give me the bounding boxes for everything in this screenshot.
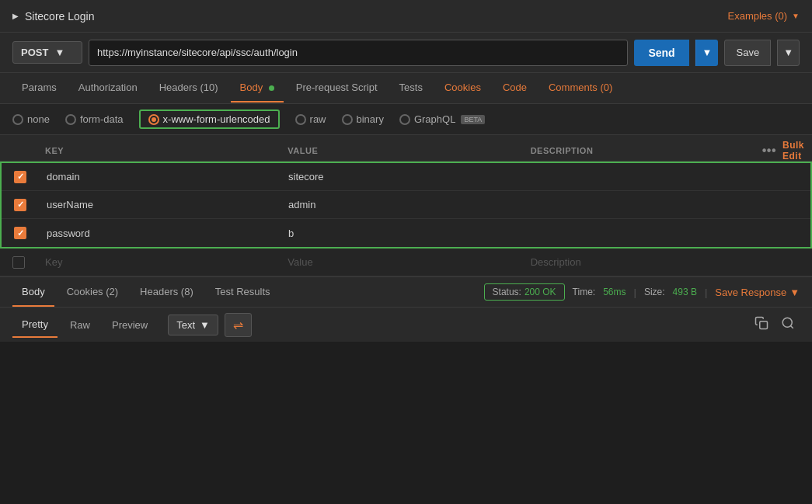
params-table: KEY VALUE DESCRIPTION ••• Bulk Edit ✓ do… bbox=[0, 135, 812, 276]
table-row: ✓ userName admin bbox=[2, 191, 810, 219]
send-dropdown-button[interactable]: ▼ bbox=[695, 40, 719, 66]
tab-params[interactable]: Params bbox=[12, 74, 66, 103]
status-section: Status: 200 OK Time: 56ms | Size: 493 B … bbox=[484, 283, 800, 301]
table-row: ✓ domain sitecore bbox=[2, 163, 810, 191]
wrap-button[interactable]: ⇌ bbox=[225, 313, 252, 337]
tab-code[interactable]: Code bbox=[493, 74, 536, 103]
body-active-dot bbox=[269, 85, 274, 91]
empty-key[interactable]: Key bbox=[37, 256, 280, 268]
radio-raw[interactable]: raw bbox=[295, 113, 326, 125]
wrap-icon: ⇌ bbox=[233, 318, 243, 332]
separator: | bbox=[634, 287, 636, 298]
check-icon: ✓ bbox=[17, 228, 24, 238]
table-row: ✓ password b bbox=[2, 219, 810, 247]
row1-checkbox-cell[interactable]: ✓ bbox=[2, 171, 39, 183]
radio-urlencoded[interactable]: x-www-form-urlencoded bbox=[139, 109, 280, 129]
status-value: 200 OK bbox=[524, 287, 556, 297]
resp-tab-test-results[interactable]: Test Results bbox=[206, 278, 280, 307]
tab-tests[interactable]: Tests bbox=[390, 74, 432, 103]
row3-value[interactable]: b bbox=[281, 228, 522, 239]
resp-tab-headers[interactable]: Headers (8) bbox=[131, 278, 203, 307]
table-header: KEY VALUE DESCRIPTION ••• Bulk Edit bbox=[0, 135, 812, 162]
fmt-tab-raw[interactable]: Raw bbox=[61, 313, 99, 337]
tab-pre-request[interactable]: Pre-request Script bbox=[287, 74, 387, 103]
expand-icon: ▶ bbox=[12, 12, 19, 20]
main-tabs: Params Authorization Headers (10) Body P… bbox=[0, 73, 812, 104]
radio-form-data-label: form-data bbox=[80, 113, 124, 125]
tab-body[interactable]: Body bbox=[231, 74, 284, 103]
radio-urlencoded-label: x-www-form-urlencoded bbox=[163, 113, 270, 125]
tab-authorization[interactable]: Authorization bbox=[69, 74, 147, 103]
time-value: 56ms bbox=[603, 287, 626, 297]
resp-tab-body[interactable]: Body bbox=[12, 278, 54, 307]
header: ▶ Sitecore Login Examples (0) ▼ bbox=[0, 0, 812, 33]
row2-value[interactable]: admin bbox=[281, 199, 522, 210]
examples-button[interactable]: Examples (0) bbox=[728, 10, 788, 22]
row1-value[interactable]: sitecore bbox=[281, 171, 522, 182]
radio-binary-label: binary bbox=[357, 113, 384, 125]
response-tabs: Body Cookies (2) Headers (8) Test Result… bbox=[0, 276, 812, 308]
send-button[interactable]: Send bbox=[634, 40, 688, 66]
check-icon: ✓ bbox=[17, 172, 24, 182]
fmt-tab-pretty[interactable]: Pretty bbox=[12, 312, 58, 338]
radio-binary-circle bbox=[342, 114, 353, 125]
row2-checkbox[interactable]: ✓ bbox=[14, 199, 26, 211]
empty-checkbox-cell bbox=[0, 256, 37, 269]
save-response-label: Save Response bbox=[715, 287, 786, 298]
tab-cookies[interactable]: Cookies bbox=[435, 74, 490, 103]
header-left: ▶ Sitecore Login bbox=[12, 10, 95, 23]
save-button[interactable]: Save bbox=[724, 40, 771, 66]
bottom-toolbar: Pretty Raw Preview Text ▼ ⇌ bbox=[0, 308, 812, 342]
empty-value[interactable]: Value bbox=[280, 256, 522, 268]
tab-comments[interactable]: Comments (0) bbox=[539, 74, 622, 103]
method-label: POST bbox=[21, 47, 48, 58]
more-options-icon[interactable]: ••• bbox=[762, 144, 776, 158]
radio-none[interactable]: none bbox=[12, 113, 50, 125]
row1-key[interactable]: domain bbox=[39, 171, 281, 182]
radio-binary[interactable]: binary bbox=[342, 113, 384, 125]
save-response-dropdown-icon: ▼ bbox=[789, 287, 800, 298]
bulk-edit-button[interactable]: Bulk Edit bbox=[782, 140, 804, 162]
status-indicator: Status: 200 OK bbox=[484, 283, 565, 301]
svg-rect-0 bbox=[760, 322, 768, 329]
empty-checkbox bbox=[12, 256, 25, 269]
row1-checkbox[interactable]: ✓ bbox=[14, 171, 26, 183]
row3-key[interactable]: password bbox=[39, 228, 281, 239]
separator2: | bbox=[705, 287, 707, 298]
fmt-tab-preview[interactable]: Preview bbox=[103, 313, 157, 337]
row3-checkbox-cell[interactable]: ✓ bbox=[2, 227, 39, 239]
radio-graphql-circle bbox=[399, 114, 410, 125]
search-button[interactable] bbox=[776, 311, 800, 338]
row2-key[interactable]: userName bbox=[39, 199, 281, 210]
th-value: VALUE bbox=[280, 146, 522, 155]
radio-graphql-label: GraphQL bbox=[414, 113, 455, 125]
radio-graphql[interactable]: GraphQL BETA bbox=[399, 113, 485, 125]
svg-line-2 bbox=[790, 325, 793, 328]
examples-dropdown-icon[interactable]: ▼ bbox=[792, 12, 800, 20]
copy-icon bbox=[754, 316, 768, 330]
row3-checkbox[interactable]: ✓ bbox=[14, 227, 26, 239]
copy-button[interactable] bbox=[750, 311, 773, 338]
text-format-select[interactable]: Text ▼ bbox=[168, 315, 218, 335]
radio-urlencoded-box: x-www-form-urlencoded bbox=[139, 109, 280, 129]
time-label: Time: bbox=[573, 287, 596, 297]
row2-checkbox-cell[interactable]: ✓ bbox=[2, 199, 39, 211]
url-input[interactable] bbox=[89, 40, 628, 66]
save-dropdown-icon: ▼ bbox=[783, 47, 793, 58]
save-response-button[interactable]: Save Response ▼ bbox=[715, 287, 800, 298]
radio-form-data-circle bbox=[65, 114, 76, 125]
radio-urlencoded-circle bbox=[148, 114, 159, 125]
method-select[interactable]: POST ▼ bbox=[12, 41, 82, 64]
th-actions: ••• Bulk Edit bbox=[765, 140, 812, 162]
size-value: 493 B bbox=[673, 287, 697, 297]
tab-headers[interactable]: Headers (10) bbox=[150, 74, 228, 103]
empty-description[interactable]: Description bbox=[523, 256, 765, 268]
radio-none-circle bbox=[12, 114, 23, 125]
status-label: Status: bbox=[493, 287, 521, 297]
save-dropdown-button[interactable]: ▼ bbox=[777, 40, 800, 66]
radio-raw-label: raw bbox=[310, 113, 326, 125]
resp-tab-cookies[interactable]: Cookies (2) bbox=[58, 278, 127, 307]
radio-form-data[interactable]: form-data bbox=[65, 113, 124, 125]
search-icon bbox=[781, 316, 795, 330]
check-icon: ✓ bbox=[17, 200, 24, 210]
